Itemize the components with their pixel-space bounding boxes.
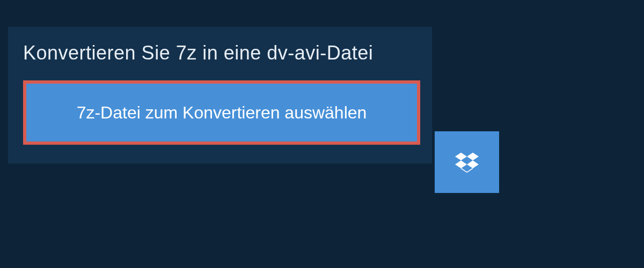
page-title: Konvertieren Sie 7z in eine dv-avi-Datei bbox=[8, 27, 432, 80]
action-row: 7z-Datei zum Konvertieren auswählen bbox=[8, 80, 432, 145]
select-file-button[interactable]: 7z-Datei zum Konvertieren auswählen bbox=[23, 80, 420, 145]
converter-panel-container: Konvertieren Sie 7z in eine dv-avi-Datei… bbox=[0, 27, 644, 163]
dropbox-button[interactable] bbox=[435, 131, 499, 193]
converter-panel: Konvertieren Sie 7z in eine dv-avi-Datei… bbox=[8, 27, 432, 163]
select-file-button-label: 7z-Datei zum Konvertieren auswählen bbox=[77, 103, 367, 123]
dropbox-icon bbox=[455, 151, 479, 174]
